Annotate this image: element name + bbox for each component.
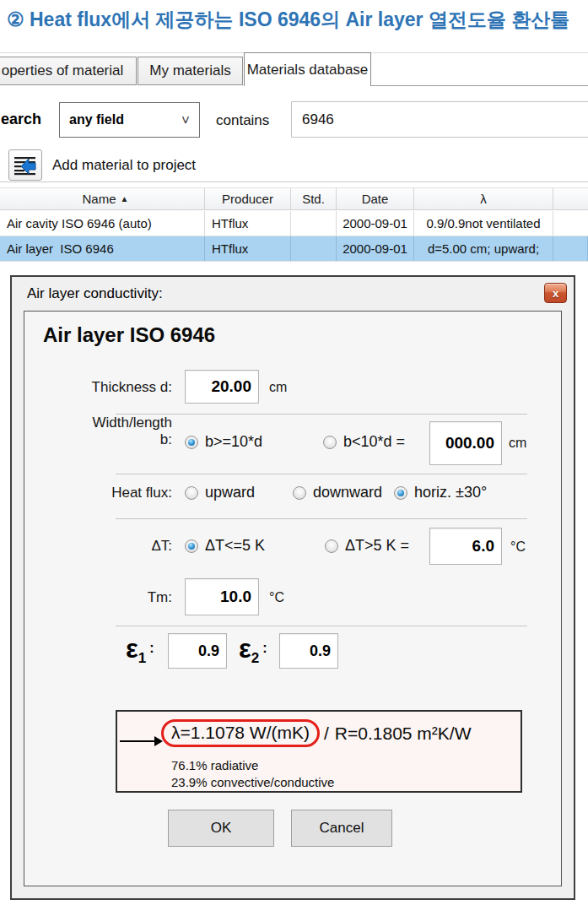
option-upward-label[interactable]: upward [205, 484, 255, 501]
radio-heat-flux-upward[interactable] [185, 486, 198, 500]
cancel-button[interactable]: Cancel [291, 810, 392, 847]
cell-lambda: d=5.00 cm; upward; [414, 236, 553, 261]
delta-t-label: ΔT: [46, 538, 172, 555]
separator [116, 474, 527, 474]
result-box: λ=1.1078 W/(mK) / R=0.1805 m²K/W 76.1% r… [116, 710, 522, 793]
dialog-title: Air layer conductivity: [27, 285, 163, 302]
result-line-lambda: λ=1.1078 W/(mK) / R=0.1805 m²K/W [161, 719, 471, 747]
column-header-lambda[interactable]: λ [414, 188, 553, 209]
cell-producer: HTflux [205, 211, 291, 236]
separator [116, 626, 527, 626]
tab-materials-database[interactable]: Materials database [244, 52, 371, 86]
column-header-name[interactable]: Name ▲ [0, 188, 205, 209]
annotation-ellipse: λ=1.1078 W/(mK) [161, 719, 320, 747]
add-material-icon [13, 155, 37, 176]
epsilon2-input[interactable] [279, 633, 338, 669]
option-horizontal-label[interactable]: horiz. ±30° [414, 484, 487, 501]
epsilon1-input[interactable] [168, 633, 227, 669]
arrow-right-icon [120, 734, 164, 748]
heat-flux-label: Heat flux: [46, 485, 172, 501]
column-header-date[interactable]: Date [337, 188, 414, 209]
thickness-unit: cm [269, 380, 287, 395]
width-b-input[interactable] [429, 421, 502, 465]
thickness-input[interactable] [185, 370, 259, 404]
dialog-content-panel: Air layer ISO 6946 Thickness d: cm Width… [24, 311, 562, 886]
ok-button[interactable]: OK [168, 810, 274, 847]
table-header-row: Name ▲ Producer Std. Date λ [0, 187, 588, 210]
cell-name: Air layer ISO 6946 [0, 236, 205, 261]
radio-b-ge-10d[interactable] [185, 436, 198, 449]
option-delta-t-gt-5-label[interactable]: ΔT>5 K = [345, 537, 409, 555]
option-downward-label[interactable]: downward [313, 484, 382, 501]
tm-unit: °C [269, 590, 284, 605]
cell-extra [553, 211, 588, 236]
epsilon1-label: ε1: [126, 636, 154, 662]
close-button[interactable]: x [544, 283, 567, 303]
epsilon2-label: ε2: [239, 636, 267, 662]
page-title: ② Heat flux에서 제공하는 ISO 6946의 Air layer 열… [7, 7, 580, 33]
search-operator-label: contains [216, 112, 269, 129]
search-field-value: any field [69, 112, 124, 127]
cell-lambda: 0.9/0.9not ventilated [414, 211, 553, 236]
cell-name: Air cavity ISO 6946 (auto) [0, 211, 205, 236]
thickness-label: Thickness d: [46, 379, 172, 396]
radio-heat-flux-downward[interactable] [293, 486, 306, 500]
width-length-label: Width/length b: [46, 415, 172, 448]
chevron-down-icon: ˅ [181, 113, 190, 127]
search-label: earch [1, 111, 41, 128]
column-header-producer[interactable]: Producer [205, 188, 291, 209]
cell-date: 2000-09-01 [337, 236, 414, 261]
cell-std [291, 211, 337, 236]
search-input[interactable] [291, 101, 588, 138]
cell-date: 2000-09-01 [337, 211, 414, 236]
dialog-air-layer-conductivity: Air layer conductivity: x Air layer ISO … [10, 275, 575, 900]
radio-delta-t-le-5[interactable] [185, 539, 198, 553]
tab-properties-of-material[interactable]: operties of material [0, 57, 137, 85]
option-delta-t-le-5-label[interactable]: ΔT<=5 K [205, 537, 265, 555]
delta-t-input[interactable] [429, 528, 502, 565]
arrow-left-icon [21, 159, 35, 174]
option-b-ge-10d-label[interactable]: b>=10*d [205, 433, 262, 451]
toolbar-divider [0, 182, 588, 182]
radio-heat-flux-horizontal[interactable] [394, 486, 407, 500]
result-resistance: R=0.1805 m²K/W [335, 723, 472, 744]
dialog-titlebar[interactable]: Air layer conductivity: x [12, 277, 574, 311]
table-row-air-cavity[interactable]: Air cavity ISO 6946 (auto) HTflux 2000-0… [0, 211, 588, 236]
search-field-select[interactable]: any field ˅ [59, 102, 200, 138]
table-row-air-layer-selected[interactable]: Air layer ISO 6946 HTflux 2000-09-01 d=5… [0, 236, 588, 262]
tab-my-materials[interactable]: My materials [138, 57, 243, 85]
add-material-button[interactable] [8, 149, 42, 181]
result-radiative: 76.1% radiative [171, 758, 258, 772]
close-icon: x [553, 287, 558, 300]
cell-producer: HTflux [205, 236, 291, 261]
dialog-heading: Air layer ISO 6946 [43, 323, 215, 347]
tm-input[interactable] [185, 578, 259, 615]
width-b-unit: cm [509, 436, 526, 451]
screen: ② Heat flux에서 제공하는 ISO 6946의 Air layer 열… [0, 0, 588, 905]
column-header-std[interactable]: Std. [291, 188, 337, 209]
cell-std [291, 236, 337, 261]
add-material-label: Add material to project [52, 157, 196, 174]
separator [116, 414, 527, 415]
option-b-lt-10d-label[interactable]: b<10*d = [343, 433, 405, 451]
result-convective: 23.9% convective/conductive [171, 775, 334, 789]
delta-t-unit: °C [510, 539, 526, 555]
cell-extra [553, 236, 588, 261]
tab-baseline [370, 85, 588, 86]
radio-b-lt-10d[interactable] [323, 436, 337, 449]
separator [116, 518, 527, 519]
radio-delta-t-gt-5[interactable] [325, 539, 338, 553]
tm-label: Tm: [46, 589, 172, 606]
sort-ascending-icon: ▲ [121, 194, 129, 203]
column-header-extra [553, 188, 588, 209]
